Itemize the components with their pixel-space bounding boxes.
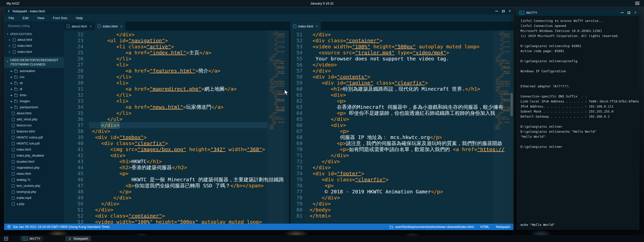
file-item[interactable]: index.html xyxy=(4,147,64,153)
code-line[interactable]: <p> 即使你不是建築師，你也能透過紅石師或鐵路工程師的身份加入我 xyxy=(306,110,493,116)
editor-pane-right[interactable]: 5152535455565758596061626364656667686970… xyxy=(290,30,513,224)
close-file-icon[interactable]: × xyxy=(9,38,11,42)
close-button[interactable]: × xyxy=(509,9,511,13)
line-number[interactable]: 59 xyxy=(290,80,302,86)
code-line[interactable]: </div> xyxy=(89,201,267,207)
folder-item[interactable]: ▶images xyxy=(4,98,64,104)
line-number[interactable]: 50 xyxy=(64,201,83,207)
open-editor-item[interactable]: ×index.html xyxy=(4,43,64,49)
code-area[interactable]: </div> <ul id="navigation"> <li class="a… xyxy=(89,31,267,224)
code-line[interactable]: </html> xyxy=(306,213,493,219)
code-line[interactable]: <p>如有問題或需要申請白名單，歡迎加入我們的 <a href="https:/… xyxy=(306,146,493,152)
code-line[interactable]: <img src="images/box.png" height="342" w… xyxy=(89,146,267,152)
file-item[interactable]: test_sockets.php xyxy=(4,183,64,189)
menu-item-file[interactable]: File xyxy=(4,14,18,22)
line-number[interactable]: 73 xyxy=(290,164,302,170)
code-line[interactable]: <div> xyxy=(306,92,493,98)
line-number[interactable]: 58 xyxy=(290,74,302,80)
line-number[interactable]: 47 xyxy=(64,183,83,189)
taskbar-item-notepada[interactable]: NotepadA xyxy=(65,236,91,241)
folder-item[interactable]: ▶css xyxy=(4,74,64,80)
code-line[interactable]: </li> xyxy=(89,92,267,98)
line-number[interactable]: 30 xyxy=(64,80,83,86)
line-number[interactable]: 54 xyxy=(290,50,302,56)
hamburger-menu-icon[interactable] xyxy=(635,3,639,4)
code-line[interactable]: </div> xyxy=(89,207,267,213)
code-line[interactable]: </video> xyxy=(306,62,493,68)
code-line[interactable]: </li> xyxy=(89,56,267,62)
line-number-gutter[interactable]: 5152535455565758596061626364656667686970… xyxy=(290,31,302,219)
code-line[interactable]: </div> xyxy=(89,31,267,38)
file-item[interactable]: testmysql.php xyxy=(4,189,64,195)
line-number[interactable]: 63 xyxy=(290,104,302,110)
line-number[interactable]: 33 xyxy=(64,98,83,104)
code-line[interactable]: <li> xyxy=(89,80,267,86)
maximize-button[interactable] xyxy=(502,10,505,12)
menu-item-view[interactable]: View xyxy=(33,14,49,22)
file-item[interactable]: index.php_disabled xyxy=(4,153,64,159)
chevron-right-icon[interactable]: ▶ xyxy=(11,70,12,72)
file-item[interactable]: trailer.mp4 xyxy=(4,195,64,201)
code-line[interactable]: <li> xyxy=(89,62,267,68)
minimap[interactable]: </div> <ul id="navigation"> <li class="a… xyxy=(493,30,510,224)
line-number[interactable]: 69 xyxy=(290,140,302,146)
code-line[interactable]: <div class="clearfix"> xyxy=(306,177,493,183)
code-line[interactable]: <div> xyxy=(89,152,267,158)
line-number[interactable]: 79 xyxy=(290,201,302,207)
open-editor-item[interactable]: ×index.html xyxy=(4,49,64,55)
line-number[interactable]: 70 xyxy=(290,146,302,152)
file-item[interactable]: x.php xyxy=(4,201,64,207)
line-number[interactable]: 22 xyxy=(64,31,83,38)
file-item[interactable]: HKWTC rule.pdf xyxy=(4,141,64,147)
code-line[interactable]: <div id="contents"> xyxy=(306,74,493,80)
vertical-scrollbar[interactable] xyxy=(510,30,513,224)
line-number[interactable]: 56 xyxy=(290,62,302,68)
code-line[interactable]: <h1>HKWTC</h1> xyxy=(89,158,267,164)
file-item[interactable]: mapredirect.php xyxy=(4,165,64,171)
folder-item[interactable]: ▶dl xyxy=(4,86,64,92)
file-item[interactable]: news.html xyxy=(4,171,64,177)
line-number[interactable]: 75 xyxy=(290,177,302,183)
code-line[interactable]: </div> xyxy=(306,116,493,122)
taskbar-item-wstty[interactable]: >_ WsTTY xyxy=(20,236,43,241)
code-line[interactable]: <li class="active"> xyxy=(89,44,267,50)
code-line[interactable]: </div> xyxy=(306,31,493,38)
menu-item-edit[interactable]: Edit xyxy=(18,14,33,22)
maximize-button[interactable] xyxy=(628,12,630,14)
code-line[interactable]: <p> xyxy=(306,183,493,189)
line-number[interactable]: 52 xyxy=(290,38,302,44)
close-file-icon[interactable]: × xyxy=(9,44,11,48)
code-line[interactable]: <div class="clearfix"> xyxy=(89,140,267,146)
folder-item[interactable]: ▶dc xyxy=(4,80,64,86)
code-line[interactable]: <source src="trailer.mp4" type="video/mp… xyxy=(306,50,493,56)
line-number[interactable]: 53 xyxy=(64,219,83,224)
line-number[interactable]: 44 xyxy=(64,164,83,170)
chevron-right-icon[interactable]: ▶ xyxy=(11,94,12,96)
line-number[interactable]: 38 xyxy=(64,128,83,134)
code-line[interactable]: </div> xyxy=(306,68,493,74)
editor-tab-index.html[interactable]: index.html× xyxy=(290,22,321,30)
code-line[interactable]: 在香港的Minecraft 伺服器中，多為小遊戲和純生存的伺服器，較少擁有 xyxy=(306,104,493,110)
code-line[interactable]: <a href="news.html">玩家傳送門</a> xyxy=(89,104,267,110)
line-number[interactable]: 65 xyxy=(290,116,302,122)
code-line[interactable]: </div> xyxy=(89,128,267,134)
code-line[interactable]: </div> xyxy=(306,158,493,164)
code-line[interactable]: <div id="topbox"> xyxy=(89,134,267,140)
line-number[interactable]: 52 xyxy=(64,213,83,219)
line-number[interactable]: 26 xyxy=(64,56,83,62)
file-item[interactable]: favicon.ico xyxy=(4,122,64,128)
line-number[interactable]: 64 xyxy=(290,110,302,116)
line-number[interactable]: 25 xyxy=(64,50,83,56)
code-line[interactable]: <b>你知道我們全線伺服器已轉用 SSD 了嗎？</b></span> xyxy=(89,183,267,189)
line-number[interactable]: 51 xyxy=(64,207,83,213)
line-number[interactable]: 28 xyxy=(64,68,83,74)
line-number[interactable]: 57 xyxy=(290,68,302,74)
file-item[interactable]: HKWTC notice.pdf xyxy=(4,134,64,141)
wstty-titlebar[interactable]: >_ WsTTY × xyxy=(517,9,639,16)
chevron-right-icon[interactable]: ▶ xyxy=(11,82,12,84)
line-number[interactable]: 60 xyxy=(290,86,302,92)
chevron-right-icon[interactable]: ▶ xyxy=(11,88,12,90)
code-line[interactable]: <h2>香港的建築伺服器</h2> xyxy=(89,164,267,170)
line-number[interactable]: 67 xyxy=(290,128,302,134)
line-number[interactable]: 49 xyxy=(64,195,83,201)
